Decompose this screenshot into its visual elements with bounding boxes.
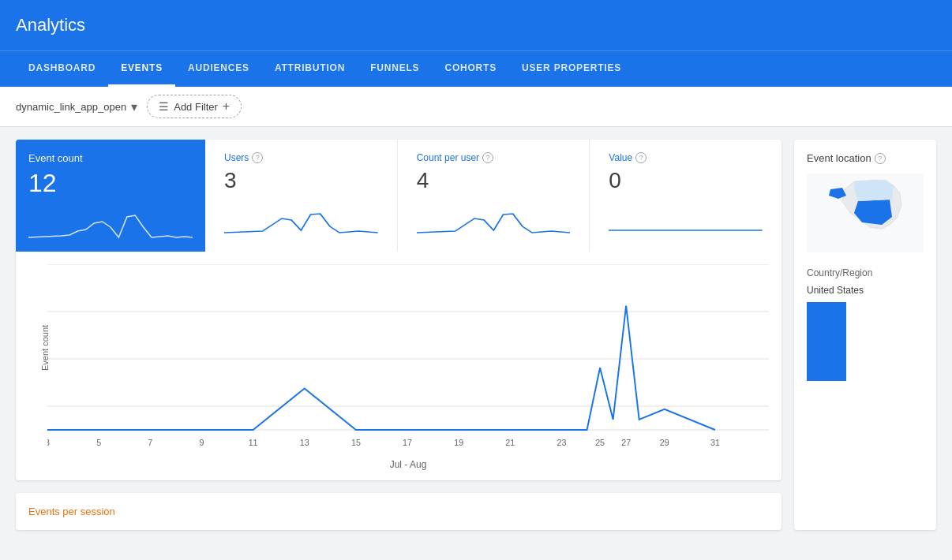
svg-text:21: 21 [505,438,515,447]
dropdown-arrow-icon: ▾ [131,99,137,114]
country-name: United States [807,285,924,296]
right-panel: Event location ? Country/Region United S… [794,140,936,530]
plus-icon: + [223,99,230,114]
svg-text:15: 15 [351,438,361,447]
map-container [807,174,924,255]
svg-text:27: 27 [621,438,631,447]
nav-item-events[interactable]: EVENTS [108,51,175,87]
users-value: 3 [224,168,378,193]
svg-text:13: 13 [300,438,309,447]
app-title: Analytics [16,15,85,35]
filter-icon: ☰ [159,100,169,113]
country-bar [807,302,846,381]
add-filter-label: Add Filter [174,101,218,113]
main-chart-area: Event count 0 2 4 6 8 [16,252,781,480]
event-count-sparkline [28,207,193,239]
event-location-info-icon[interactable]: ? [875,153,886,164]
value-label: Value ? [609,152,763,163]
svg-text:25: 25 [595,438,605,447]
count-per-user-info-icon[interactable]: ? [482,152,493,163]
nav-item-funnels[interactable]: FUNNELS [358,51,432,87]
users-info-icon[interactable]: ? [252,152,263,163]
value-sparkline [609,203,763,234]
main-content: Event count 12 Users ? 3 [0,127,952,543]
svg-text:9: 9 [199,438,204,447]
stats-row: Event count 12 Users ? 3 [16,140,781,252]
svg-text:7: 7 [148,438,152,447]
event-dropdown[interactable]: dynamic_link_app_open ▾ [16,99,137,114]
svg-text:17: 17 [403,438,412,447]
nav-item-audiences[interactable]: AUDIENCES [175,51,262,87]
chart-x-label: Jul - Aug [47,459,769,470]
value-value: 0 [609,168,763,193]
country-bar-row: United States [807,285,924,296]
main-chart-svg: 0 2 4 6 8 3 5 7 9 11 13 [47,264,769,454]
count-per-user-sparkline [417,203,571,234]
nav-item-dashboard[interactable]: DASHBOARD [16,51,108,87]
world-map-svg [807,174,924,252]
add-filter-button[interactable]: ☰ Add Filter + [147,95,242,118]
filter-bar: dynamic_link_app_open ▾ ☰ Add Filter + [0,87,952,127]
svg-text:29: 29 [660,438,669,447]
svg-text:23: 23 [557,438,567,447]
left-panel: Event count 12 Users ? 3 [16,140,781,530]
app-header: Analytics [0,0,952,50]
nav-item-attribution[interactable]: ATTRIBUTION [262,51,358,87]
stats-card: Event count 12 Users ? 3 [16,140,781,480]
dropdown-value: dynamic_link_app_open [16,101,126,113]
event-location-title: Event location ? [807,152,924,164]
users-sparkline [224,203,378,234]
chart-y-label: Event count [40,325,50,371]
nav-item-user-properties[interactable]: USER PROPERTIES [509,51,634,87]
svg-text:11: 11 [249,438,258,447]
svg-text:19: 19 [454,438,463,447]
count-per-user-label: Count per user ? [417,152,571,163]
country-region-label: Country/Region [807,267,924,278]
value-metric: Value ? 0 [590,140,781,252]
events-per-session-title: Events per session [28,506,769,517]
nav-item-cohorts[interactable]: COHORTS [432,51,509,87]
count-per-user-value: 4 [417,168,571,193]
event-count-label: Event count [28,152,193,164]
event-count-tile: Event count 12 [16,140,205,252]
svg-text:31: 31 [710,438,720,447]
nav-bar: DASHBOARD EVENTS AUDIENCES ATTRIBUTION F… [0,50,952,87]
users-metric: Users ? 3 [205,140,398,252]
event-count-value: 12 [28,169,193,198]
count-per-user-metric: Count per user ? 4 [398,140,590,252]
events-per-session-panel: Events per session [16,493,781,530]
users-label: Users ? [224,152,378,163]
svg-text:3: 3 [47,438,50,447]
value-info-icon[interactable]: ? [635,152,647,163]
svg-text:5: 5 [96,438,101,447]
